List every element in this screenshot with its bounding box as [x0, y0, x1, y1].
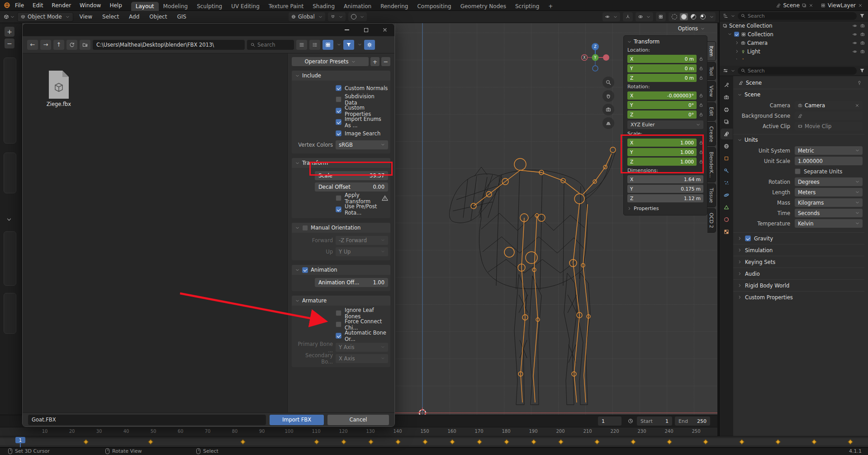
time-dropdown[interactable]: Seconds — [795, 209, 863, 217]
search-input[interactable] — [748, 68, 854, 74]
search-input[interactable] — [748, 13, 854, 19]
maximize-button[interactable] — [356, 24, 375, 36]
add-button[interactable]: + — [5, 27, 14, 37]
unlink-scene-icon[interactable] — [809, 3, 813, 8]
keyframe-diamond[interactable] — [341, 439, 346, 444]
eye-icon[interactable] — [853, 41, 857, 45]
proportional-editing-toggle[interactable] — [348, 12, 367, 21]
properties-editor-icon[interactable] — [723, 68, 728, 73]
cancel-button[interactable]: Cancel — [327, 415, 389, 425]
units-panel-header[interactable]: Units — [733, 134, 864, 145]
workspace-tab-rendering[interactable]: Rendering — [376, 2, 413, 11]
scale-z-field[interactable]: Z1.000 — [627, 158, 697, 166]
timeline-keyframe-strip[interactable]: 1 — [0, 436, 868, 447]
search-input[interactable] — [257, 42, 290, 48]
lock-icon[interactable] — [699, 103, 703, 107]
outliner-row-light[interactable]: Light — [720, 47, 868, 56]
menu-view[interactable]: View — [76, 13, 96, 21]
armature-section-header[interactable]: Armature — [292, 296, 390, 306]
render-camera-icon[interactable] — [860, 41, 865, 45]
keyframe-diamond[interactable] — [558, 439, 563, 444]
render-camera-icon[interactable] — [860, 24, 865, 28]
keyframe-diamond[interactable] — [240, 439, 245, 444]
subdivision-data-checkbox[interactable] — [336, 96, 342, 102]
shading-solid-button[interactable] — [680, 13, 688, 20]
end-frame-field[interactable]: End 250 — [675, 417, 710, 426]
audio-panel[interactable]: Audio — [733, 268, 864, 279]
custom-normals-checkbox[interactable] — [336, 85, 342, 91]
perspective-toggle-button[interactable] — [602, 117, 614, 129]
filter-toggle-button[interactable] — [343, 40, 354, 50]
display-horizontal-list-button[interactable] — [309, 40, 320, 50]
workspace-tab-compositing[interactable]: Compositing — [413, 2, 455, 11]
eye-icon[interactable] — [853, 49, 857, 54]
import-enums-checkbox[interactable] — [336, 119, 342, 125]
workspace-tab-uv-editing[interactable]: UV Editing — [227, 2, 264, 11]
create-folder-button[interactable] — [80, 40, 90, 50]
rotation-x-field[interactable]: X-0.000003° — [627, 91, 697, 100]
shading-material-button[interactable] — [689, 13, 697, 20]
shading-rendered-button[interactable] — [699, 13, 707, 20]
refresh-button[interactable] — [66, 40, 77, 50]
zoom-button[interactable] — [602, 77, 614, 88]
workspace-tab-sculpting[interactable]: Sculpting — [192, 2, 227, 11]
collapsed-panel[interactable] — [4, 231, 16, 286]
keyframe-diamond[interactable] — [703, 439, 708, 444]
length-dropdown[interactable]: Meters — [795, 188, 863, 196]
keyframe-diamond[interactable] — [395, 439, 400, 444]
settings-button[interactable] — [364, 40, 375, 50]
chevron-down-icon[interactable] — [6, 217, 12, 222]
tab-create[interactable]: Create — [707, 122, 716, 147]
menu-add[interactable]: Add — [125, 13, 143, 21]
timeline-ruler[interactable]: 1020304050607080901001101201301401501601… — [0, 427, 717, 436]
operator-presets-dropdown[interactable]: Operator Presets — [292, 57, 369, 66]
vertex-colors-dropdown[interactable]: sRGB — [336, 140, 388, 149]
up-dropdown[interactable]: Y Up — [336, 247, 388, 256]
scale-x-field[interactable]: X1.000 — [627, 139, 697, 147]
render-camera-icon[interactable] — [860, 49, 865, 54]
workspace-tab-geometry-nodes[interactable]: Geometry Nodes — [456, 2, 511, 11]
lock-icon[interactable] — [699, 66, 703, 71]
background-scene-field[interactable] — [795, 111, 863, 120]
location-y-field[interactable]: Y0 m — [627, 64, 697, 72]
active-clip-field[interactable]: Movie Clip — [795, 122, 863, 130]
collapsed-panel[interactable] — [4, 293, 16, 334]
tab-object-properties[interactable] — [721, 153, 733, 164]
menu-render[interactable]: Render — [47, 1, 75, 10]
tab-tool[interactable]: Tool — [707, 62, 716, 80]
decal-offset-slider[interactable]: Decal Offset0.00 — [315, 182, 388, 192]
tab-edit[interactable]: Edit — [707, 102, 716, 120]
rotation-dropdown[interactable]: Degrees — [795, 177, 863, 186]
shading-wireframe-button[interactable] — [670, 13, 678, 20]
editor-type-button[interactable] — [4, 14, 14, 19]
eye-icon[interactable] — [853, 32, 857, 37]
filter-funnel-icon[interactable] — [859, 68, 865, 73]
import-scale-slider[interactable]: Scale39.37 — [315, 171, 388, 180]
playhead[interactable]: 1 — [15, 437, 25, 443]
workspace-tab-scripting[interactable]: Scripting — [511, 2, 544, 11]
menu-select[interactable]: Select — [99, 13, 123, 21]
camera-field[interactable]: Camera — [795, 101, 863, 110]
menu-help[interactable]: Help — [105, 1, 126, 10]
tab-particle-properties[interactable] — [721, 177, 733, 188]
path-field[interactable] — [93, 40, 245, 50]
temperature-dropdown[interactable]: Kelvin — [795, 219, 863, 228]
tab-scene-properties[interactable] — [721, 129, 733, 139]
tab-physics-properties[interactable] — [721, 190, 733, 201]
remove-button[interactable]: − — [5, 38, 14, 48]
custom-properties-checkbox[interactable] — [336, 108, 342, 114]
tab-tool-properties[interactable] — [721, 80, 733, 91]
remove-preset-button[interactable]: − — [381, 57, 390, 66]
mass-dropdown[interactable]: Kilograms — [795, 198, 863, 207]
render-camera-icon[interactable] — [860, 32, 865, 37]
keyframe-diamond[interactable] — [477, 439, 482, 444]
animation-checkbox[interactable] — [302, 267, 308, 273]
chevron-down-icon[interactable] — [728, 32, 732, 36]
keyframe-diamond[interactable] — [422, 439, 427, 444]
xray-toggle[interactable] — [656, 12, 666, 21]
properties-search-field[interactable] — [738, 67, 857, 75]
forward-dropdown[interactable]: -Z Forward — [336, 236, 388, 245]
file-search-field[interactable] — [247, 40, 294, 50]
animation-section-header[interactable]: Animation — [292, 265, 390, 275]
chevron-right-icon[interactable] — [735, 49, 739, 53]
